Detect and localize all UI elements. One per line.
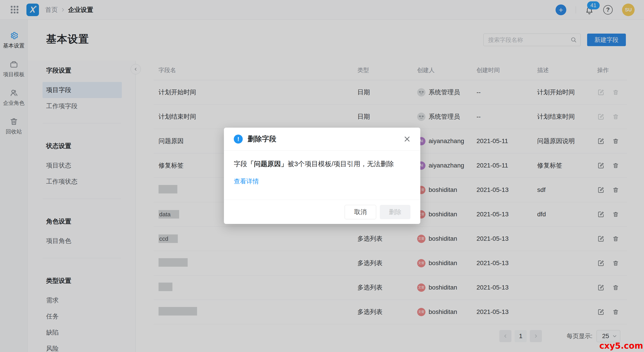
modal-header: ! 删除字段 <box>224 128 420 151</box>
modal-footer: 取消 删除 <box>224 200 420 224</box>
watermark: cxy5.com <box>599 341 643 351</box>
modal-body: 字段「问题原因」被3个项目模板/项目引用，无法删除 查看详情 <box>224 151 420 186</box>
close-icon <box>403 135 411 143</box>
modal-message: 字段「问题原因」被3个项目模板/项目引用，无法删除 <box>234 159 410 168</box>
delete-button-disabled: 删除 <box>380 205 410 219</box>
modal-field-name: 「问题原因」 <box>247 160 288 168</box>
modal-title: 删除字段 <box>248 134 276 144</box>
app-root: X 首页 企业设置 + 41 ? SU <box>0 0 644 352</box>
view-details-link[interactable]: 查看详情 <box>234 177 259 186</box>
exclamation-circle-icon: ! <box>234 134 243 144</box>
cancel-button[interactable]: 取消 <box>344 205 376 219</box>
modal-close-button[interactable] <box>403 135 411 143</box>
delete-field-modal: ! 删除字段 字段「问题原因」被3个项目模板/项目引用，无法删除 查看详情 取消… <box>224 128 420 224</box>
